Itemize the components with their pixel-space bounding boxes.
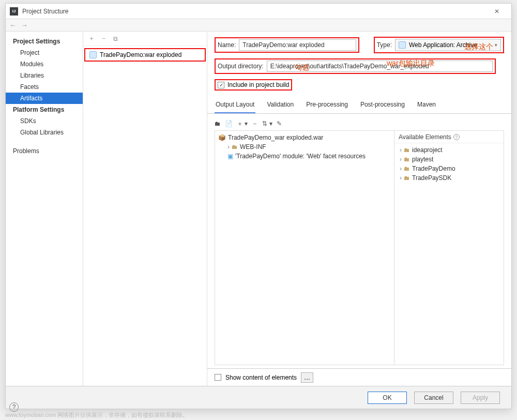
- type-combo[interactable]: Web Application: Archive ▾: [395, 39, 501, 51]
- tab-output-layout[interactable]: Output Layout: [215, 98, 255, 113]
- help-icon[interactable]: ?: [453, 134, 460, 140]
- nav-toolbar: ← →: [6, 19, 511, 32]
- remove-layout-icon[interactable]: －: [252, 119, 258, 128]
- web-app-icon: [399, 41, 406, 49]
- tree-item-archive[interactable]: 📦 TradePayDemo_war exploded.war: [216, 133, 393, 142]
- chevron-down-icon: ▾: [495, 42, 497, 48]
- dialog-footer: OK Cancel Apply: [6, 386, 511, 409]
- sidebar: Project Settings Project Modules Librari…: [6, 32, 83, 386]
- tab-maven[interactable]: Maven: [416, 98, 437, 113]
- avail-item[interactable]: ›🖿playtest: [398, 155, 500, 164]
- sidebar-item-global-libraries[interactable]: Global Libraries: [6, 127, 83, 138]
- add-icon[interactable]: ＋: [88, 34, 95, 43]
- sidebar-item-sdks[interactable]: SDKs: [6, 115, 83, 127]
- sidebar-item-project[interactable]: Project: [6, 47, 83, 58]
- tree-item-facet[interactable]: ▣ 'TradePayDemo' module: 'Web' facet res…: [216, 152, 393, 161]
- tab-pre-processing[interactable]: Pre-processing: [305, 98, 349, 113]
- sidebar-item-libraries[interactable]: Libraries: [6, 70, 83, 81]
- folder-icon: 🖿: [404, 174, 410, 182]
- section-platform-settings: Platform Settings: [6, 104, 83, 115]
- apply-button[interactable]: Apply: [461, 392, 500, 404]
- tree-item-webinf[interactable]: › 🖿 WEB-INF: [216, 142, 393, 152]
- artifact-list-item[interactable]: TradePayDemo:war exploded: [84, 48, 206, 62]
- rename-icon[interactable]: ✎: [277, 120, 282, 127]
- watermark: www.toymoban.com 网络图片仅供展示，非存储，如有侵权请联系删除。: [5, 411, 188, 419]
- include-build-checkbox[interactable]: ✓: [218, 82, 224, 88]
- window-title: Project Structure: [22, 8, 68, 15]
- cancel-button[interactable]: Cancel: [414, 392, 453, 404]
- forward-icon[interactable]: →: [20, 21, 28, 29]
- section-project-settings: Project Settings: [6, 36, 83, 47]
- show-content-label: Show content of elements: [225, 374, 297, 381]
- copy-icon[interactable]: ⧉: [113, 35, 118, 42]
- artifact-detail-panel: Name: Type: Web Application: Archive ▾: [207, 32, 511, 386]
- available-elements-panel: Available Elements ? ›🖿ideaproject ›🖿pla…: [394, 131, 504, 365]
- folder-icon: 🖿: [404, 165, 410, 172]
- titlebar: IJ Project Structure ✕: [6, 4, 511, 19]
- sidebar-item-problems[interactable]: Problems: [6, 145, 83, 157]
- avail-item[interactable]: ›🖿TradePayDemo: [398, 164, 500, 173]
- add-copy-icon[interactable]: ＋ ▾: [237, 119, 248, 128]
- project-structure-dialog: IJ Project Structure ✕ ← → Project Setti…: [5, 3, 512, 409]
- folder-icon: 🖿: [404, 146, 410, 154]
- chevron-right-icon: ›: [227, 143, 230, 151]
- show-content-checkbox[interactable]: [215, 374, 221, 381]
- outdir-input[interactable]: [267, 61, 493, 72]
- artifacts-list-column: ＋ － ⧉ TradePayDemo:war exploded: [83, 32, 207, 386]
- app-icon: IJ: [10, 7, 18, 16]
- name-label: Name:: [218, 41, 236, 49]
- artifact-tabs: Output Layout Validation Pre-processing …: [207, 98, 511, 114]
- tab-validation[interactable]: Validation: [266, 98, 295, 113]
- new-archive-icon[interactable]: 📄: [225, 120, 233, 127]
- layout-toolbar: 🖿 📄 ＋ ▾ － ⇅ ▾ ✎: [215, 117, 504, 130]
- outdir-label: Output directory:: [218, 63, 264, 70]
- sidebar-item-modules[interactable]: Modules: [6, 58, 83, 70]
- close-icon[interactable]: ✕: [486, 4, 507, 19]
- output-layout-tree[interactable]: 📦 TradePayDemo_war exploded.war › 🖿 WEB-…: [215, 131, 394, 365]
- folder-icon: 🖿: [232, 143, 238, 151]
- ok-button[interactable]: OK: [368, 392, 407, 404]
- artifact-icon: [89, 51, 97, 58]
- artifact-name: TradePayDemo:war exploded: [100, 51, 181, 58]
- remove-icon[interactable]: －: [101, 34, 107, 43]
- show-content-browse[interactable]: …: [301, 372, 313, 383]
- include-build-label: Include in project build: [227, 81, 289, 88]
- sidebar-item-facets[interactable]: Facets: [6, 81, 83, 93]
- type-value: Web Application: Archive: [409, 41, 477, 49]
- folder-icon: 🖿: [404, 156, 410, 163]
- module-icon: ▣: [227, 153, 233, 160]
- tab-post-processing[interactable]: Post-processing: [359, 98, 406, 113]
- type-label: Type:: [377, 41, 392, 49]
- name-input[interactable]: [239, 39, 356, 51]
- sort-icon[interactable]: ⇅ ▾: [262, 120, 272, 127]
- available-header: Available Elements: [399, 133, 451, 141]
- avail-item[interactable]: ›🖿TradePaySDK: [398, 173, 500, 183]
- avail-item[interactable]: ›🖿ideaproject: [398, 145, 500, 155]
- back-icon[interactable]: ←: [9, 21, 17, 29]
- new-folder-icon[interactable]: 🖿: [215, 120, 221, 127]
- sidebar-item-artifacts[interactable]: Artifacts: [6, 93, 83, 104]
- artifacts-toolbar: ＋ － ⧉: [83, 32, 207, 46]
- help-button[interactable]: ?: [9, 402, 19, 412]
- archive-icon: 📦: [218, 134, 226, 141]
- show-content-bar: Show content of elements …: [207, 368, 511, 386]
